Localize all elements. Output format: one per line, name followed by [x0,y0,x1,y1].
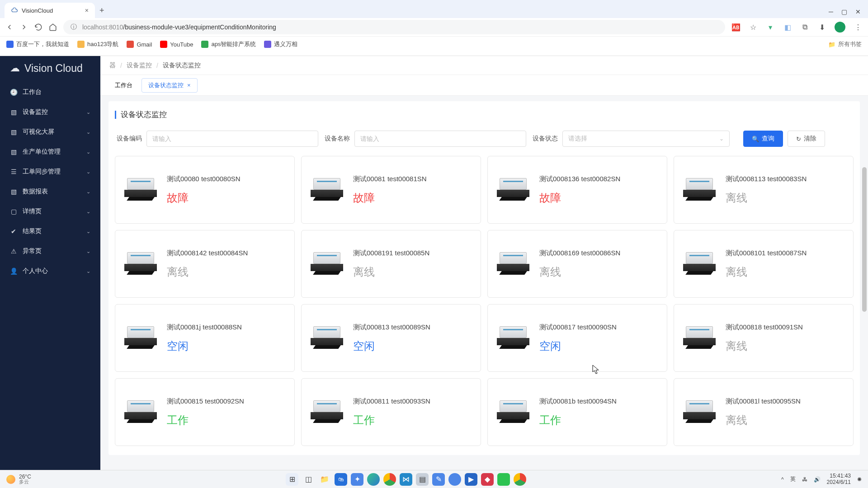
ime-indicator[interactable]: 英 [790,475,796,483]
window-close-icon[interactable]: ✕ [855,8,861,15]
device-card[interactable]: 测试000818 test00091SN 离线 [674,304,854,372]
new-tab-button[interactable]: + [95,3,109,18]
bookmark-hao123[interactable]: hao123导航 [77,40,118,48]
device-name: 测试000813 test00089SN [353,323,430,332]
breadcrumb-item[interactable]: 器 [109,61,116,70]
all-bookmarks-button[interactable]: 📁所有书签 [828,40,862,48]
device-card[interactable]: 测试000815 test00092SN 工作 [115,378,295,446]
device-name: 测试00081j test00088SN [167,323,242,332]
device-image [311,250,343,277]
menu-icon[interactable]: ⋮ [854,23,863,32]
url-input[interactable]: ⓘ localhost:8010/business-module-vue3/eq… [63,20,725,34]
device-card[interactable]: 测试0008101 test00087SN 离线 [674,230,854,298]
bookmark-baidu[interactable]: 百度一下，我就知道 [6,40,69,48]
device-card[interactable]: 测试0008191 test00085N 离线 [301,230,481,298]
device-card[interactable]: 测试0008136 test00082SN 故障 [487,156,667,224]
vue-icon[interactable]: ▾ [766,23,775,32]
device-card[interactable]: 测试000813 test00089SN 空闲 [301,304,481,372]
volume-icon[interactable]: 🔊 [814,476,821,483]
bookmark-tongyi[interactable]: 遇义万相 [264,40,297,48]
device-card[interactable]: 测试00081j test00088SN 空闲 [115,304,295,372]
reload-icon[interactable] [34,23,42,31]
browser-chrome: VisionCloud × + ─ ▢ ✕ ⓘ localhost:8010/b… [0,0,868,56]
device-card[interactable]: 测试000817 test00090SN 空闲 [487,304,667,372]
device-card[interactable]: 测试0008142 test00084SN 离线 [115,230,295,298]
profile-avatar[interactable] [835,22,845,33]
sidebar-item[interactable]: ▧ 生产单位管理 ⌄ [0,142,100,162]
sidebar-item-label: 可视化大屏 [23,128,54,136]
back-icon[interactable] [5,23,14,31]
home-icon[interactable] [49,23,57,31]
menu-icon: ▧ [10,128,17,136]
forward-icon[interactable] [20,23,28,31]
select-placeholder: 请选择 [568,135,587,143]
app2-icon[interactable]: ✎ [432,473,445,486]
device-card[interactable]: 测试00081l test00095SN 离线 [674,378,854,446]
chrome-icon[interactable] [383,473,396,486]
window-minimize-icon[interactable]: ─ [829,8,833,15]
tab-workbench[interactable]: 工作台 [108,78,139,93]
translate-icon[interactable]: 🆎 [731,23,741,32]
bookmark-gmail[interactable]: Gmail [127,41,152,48]
close-icon[interactable]: × [187,82,191,89]
bookmark-star-icon[interactable]: ☆ [749,23,758,32]
device-card[interactable]: 测试00081 test00081SN 故障 [301,156,481,224]
taskview-icon[interactable]: ◫ [302,473,315,486]
bookmarks-bar: 百度一下，我就知道 hao123导航 Gmail YouTube aps智能排产… [0,37,868,52]
notifications-icon[interactable]: ✺ [857,476,862,483]
sidebar-item[interactable]: ▧ 数据报表 ⌄ [0,182,100,202]
app3-icon[interactable] [448,473,461,486]
download-icon[interactable]: ⬇ [817,23,826,32]
breadcrumb-item[interactable]: 设备监控 [127,61,152,70]
device-card[interactable]: 测试0008169 test00086SN 离线 [487,230,667,298]
device-card[interactable]: 测试00081b test00094SN 工作 [487,378,667,446]
device-name-input[interactable] [354,131,526,147]
sidebar-item[interactable]: ▧ 设备监控 ⌄ [0,102,100,122]
app4-icon[interactable]: ▶ [465,473,477,486]
device-card[interactable]: 测试0008113 test00083SN 离线 [674,156,854,224]
extensions-icon[interactable]: ⧉ [800,23,809,32]
start-icon[interactable]: ⊞ [286,473,298,486]
bookmark-youtube[interactable]: YouTube [160,41,193,48]
sidebar-item[interactable]: ▢ 详情页 ⌄ [0,202,100,221]
network-icon[interactable]: 🖧 [802,476,807,483]
sidebar-item[interactable]: 👤 个人中心 ⌄ [0,261,100,281]
sidebar-item[interactable]: ▧ 可视化大屏 ⌄ [0,122,100,142]
sidebar-item[interactable]: ✔ 结果页 ⌄ [0,221,100,241]
tab-device-status[interactable]: 设备状态监控 × [142,78,198,93]
scrollbar-thumb[interactable] [862,167,867,312]
chrome2-icon[interactable] [514,473,526,486]
window-maximize-icon[interactable]: ▢ [841,8,847,15]
scrollbar[interactable] [862,167,867,465]
vscode-icon[interactable]: ⋈ [400,473,412,486]
chevron-down-icon: ⌄ [86,129,90,135]
device-card[interactable]: 测试00080 test00080SN 故障 [115,156,295,224]
calculator-icon[interactable]: ▤ [416,473,429,486]
explorer-icon[interactable]: 📁 [318,473,331,486]
bookmark-aps[interactable]: aps智能排产系统 [201,40,256,48]
app-logo[interactable]: ☁ Vision Cloud [0,56,100,80]
taskbar-apps: ⊞ ◫ 📁 🛍 ✦ ⋈ ▤ ✎ ▶ ◆ [31,473,781,486]
sidebar-item[interactable]: 🕘 工作台 [0,82,100,102]
device-status-select[interactable]: 请选择 ⌄ [562,131,730,147]
tray-chevron-icon[interactable]: ^ [781,476,784,483]
sidebar-item[interactable]: ⚠ 异常页 ⌄ [0,241,100,261]
site-info-icon[interactable]: ⓘ [70,23,78,31]
extension-icon[interactable]: ◧ [783,23,792,32]
device-status: 离线 [167,265,248,279]
sidebar-item[interactable]: ☰ 工单同步管理 ⌄ [0,162,100,182]
query-button[interactable]: 🔍 查询 [743,131,783,147]
taskbar-weather[interactable]: 26°C 多云 [6,474,31,484]
edge-icon[interactable] [367,473,380,486]
browser-tab[interactable]: VisionCloud × [5,3,95,18]
device-card[interactable]: 测试000811 test00093SN 工作 [301,378,481,446]
store-icon[interactable]: 🛍 [335,473,347,486]
taskbar-clock[interactable]: 15:41:43 2024/6/11 [827,473,851,485]
device-code-input[interactable] [146,131,318,147]
device-status: 空闲 [167,339,242,353]
app5-icon[interactable]: ◆ [481,473,494,486]
close-icon[interactable]: × [85,7,89,14]
app-icon[interactable]: ✦ [351,473,363,486]
clear-button[interactable]: ↻ 清除 [788,131,825,147]
wechat-icon[interactable] [497,473,510,486]
